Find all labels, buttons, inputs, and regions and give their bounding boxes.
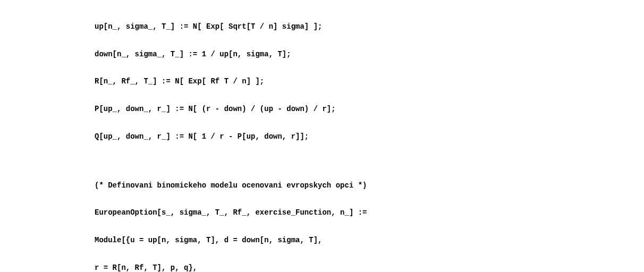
blank-line: [95, 158, 644, 165]
code-line: Module[{u = up[n, sigma, T], d = down[n,…: [95, 234, 644, 248]
code-line: R[n_, Rf_, T_] := N[ Exp[ Rf T / n] ];: [95, 75, 644, 89]
code-line: EuropeanOption[s_, sigma_, T_, Rf_, exer…: [95, 206, 644, 220]
code-line: (* Definovani binomickeho modelu ocenova…: [95, 179, 644, 193]
code-line: P[up_, down_, r_] := N[ (r - down) / (up…: [95, 103, 644, 116]
code-line: up[n_, sigma_, T_] := N[ Exp[ Sqrt[T / n…: [95, 20, 644, 34]
code-line: Q[up_, down_, r_] := N[ 1 / r - P[up, do…: [95, 130, 644, 144]
code-listing: up[n_, sigma_, T_] := N[ Exp[ Sqrt[T / n…: [95, 6, 644, 272]
code-line: down[n_, sigma_, T_] := 1 / up[n, sigma,…: [95, 48, 644, 62]
code-line: r = R[n, Rf, T], p, q},: [95, 261, 644, 272]
